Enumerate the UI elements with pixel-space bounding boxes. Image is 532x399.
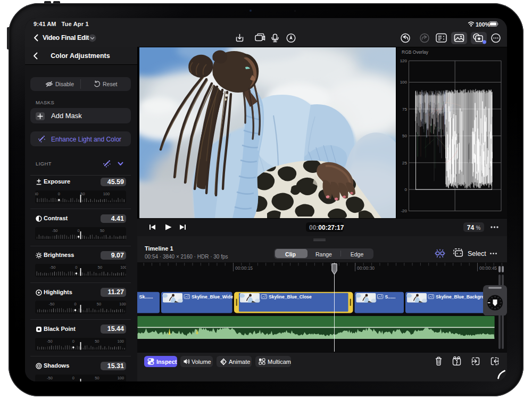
svg-text:0: 0 (78, 228, 80, 233)
svg-text:00:00:45: 00:00:45 (479, 265, 497, 271)
svg-text:-50: -50 (49, 302, 55, 306)
svg-text:50: 50 (402, 134, 407, 138)
svg-text:50: 50 (98, 265, 102, 270)
svg-text:Skyline_Blue_Close: Skyline_Blue_Close (269, 294, 312, 300)
svg-text:-50: -50 (47, 376, 53, 380)
svg-text:50: 50 (80, 192, 85, 196)
svg-text:100: 100 (103, 192, 110, 196)
svg-text:100: 100 (119, 302, 126, 306)
svg-text:0: 0 (75, 265, 77, 270)
svg-text:-20: -20 (401, 209, 407, 213)
svg-text:50: 50 (95, 339, 99, 344)
svg-text:RGB Overlay: RGB Overlay (402, 49, 429, 54)
svg-text:Skyline_Blue_Wide: Skyline_Blue_Wide (192, 294, 233, 300)
svg-text:25: 25 (402, 160, 407, 165)
svg-text:100: 100 (400, 80, 408, 85)
svg-text:50: 50 (97, 302, 101, 306)
svg-text:00:00:15: 00:00:15 (235, 265, 253, 271)
svg-text:0: 0 (405, 187, 408, 192)
svg-text:-50: -50 (35, 192, 38, 196)
svg-text:100: 100 (118, 376, 124, 380)
svg-text:00:00:30: 00:00:30 (357, 265, 375, 271)
svg-text:Skyline_Blue_Backgroun: Skyline_Blue_Backgroun (436, 294, 490, 300)
svg-text:50: 50 (95, 376, 99, 380)
svg-text:0: 0 (74, 302, 76, 306)
svg-text:Sk......: Sk...... (139, 294, 153, 300)
svg-text:50: 50 (100, 228, 104, 233)
svg-text:S......: S...... (385, 294, 395, 300)
svg-text:100: 100 (118, 339, 124, 344)
svg-text:-50: -50 (47, 339, 53, 344)
svg-text:0: 0 (72, 376, 74, 380)
svg-text:0: 0 (58, 192, 60, 196)
svg-text:120: 120 (400, 59, 408, 63)
svg-text:-50: -50 (49, 265, 55, 270)
svg-text:0: 0 (72, 339, 74, 344)
svg-text:75: 75 (402, 106, 407, 111)
svg-text:-50: -50 (52, 228, 58, 233)
svg-text:100: 100 (120, 265, 126, 270)
